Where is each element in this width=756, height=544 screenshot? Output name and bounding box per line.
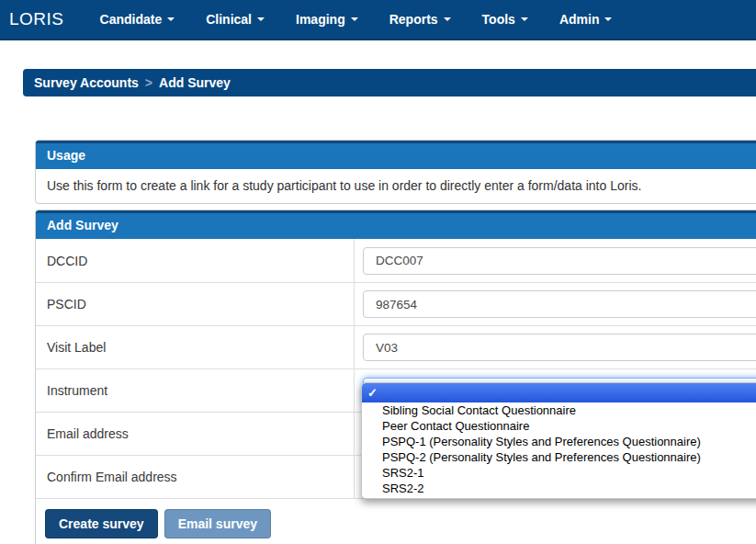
breadcrumb-survey-accounts[interactable]: Survey Accounts xyxy=(34,75,139,90)
visit-label-input[interactable] xyxy=(363,334,756,361)
nav-item-candidate[interactable]: Candidate xyxy=(85,12,191,27)
breadcrumb: Survey Accounts > Add Survey xyxy=(23,69,756,96)
nav-item-tools[interactable]: Tools xyxy=(467,12,544,27)
visit-label-label: Visit Label xyxy=(36,326,355,368)
create-survey-button[interactable]: Create survey xyxy=(45,509,158,538)
dropdown-option-pspq-2[interactable]: PSPQ-2 (Personality Styles and Preferenc… xyxy=(362,449,756,465)
pscid-input-cell xyxy=(355,283,756,325)
email-label: Email address xyxy=(36,413,355,455)
nav-item-imaging[interactable]: Imaging xyxy=(280,12,374,27)
dccid-input[interactable] xyxy=(363,247,756,275)
dccid-label: DCCID xyxy=(36,239,355,282)
caret-down-icon xyxy=(167,17,175,21)
usage-panel: Usage Use this form to create a link for… xyxy=(35,140,756,204)
nav-item-admin[interactable]: Admin xyxy=(544,12,628,27)
usage-panel-title: Usage xyxy=(36,141,756,169)
nav-item-label: Tools xyxy=(482,12,515,27)
usage-panel-text: Use this form to create a link for a stu… xyxy=(36,169,756,203)
caret-down-icon xyxy=(257,17,265,21)
breadcrumb-separator: > xyxy=(145,75,152,90)
dropdown-option-sibling-social[interactable]: Sibling Social Contact Questionnaire xyxy=(362,402,756,418)
instrument-label: Instrument xyxy=(36,369,355,412)
loris-logo[interactable]: LORIS xyxy=(9,9,64,29)
nav-item-reports[interactable]: Reports xyxy=(374,12,467,27)
nav-item-label: Admin xyxy=(559,12,600,27)
nav-item-label: Clinical xyxy=(206,12,252,27)
pscid-input[interactable] xyxy=(363,290,756,318)
breadcrumb-add-survey[interactable]: Add Survey xyxy=(159,75,231,90)
dccid-input-cell xyxy=(355,239,756,282)
nav-item-label: Imaging xyxy=(296,12,345,27)
pscid-label: PSCID xyxy=(36,283,355,325)
form-button-row: Create survey Email survey xyxy=(36,498,756,544)
caret-down-icon xyxy=(604,17,612,21)
nav-item-label: Candidate xyxy=(100,12,163,27)
nav-item-clinical[interactable]: Clinical xyxy=(190,12,280,27)
checkmark-icon: ✓ xyxy=(367,386,378,400)
form-row-visit-label: Visit Label xyxy=(36,325,756,368)
dropdown-option-pspq-1[interactable]: PSPQ-1 (Personality Styles and Preferenc… xyxy=(362,434,756,449)
add-survey-panel-title: Add Survey xyxy=(36,210,756,239)
dropdown-option-srs2-1[interactable]: SRS2-1 xyxy=(362,465,756,481)
dropdown-option-selected-empty[interactable]: ✓ xyxy=(362,383,756,402)
nav-item-label: Reports xyxy=(389,12,438,27)
instrument-dropdown-menu: ✓ Sibling Social Contact Questionnaire P… xyxy=(361,382,756,499)
email-survey-button[interactable]: Email survey xyxy=(164,509,271,538)
navbar: LORIS Candidate Clinical Imaging Reports… xyxy=(0,0,756,40)
caret-down-icon xyxy=(351,17,358,21)
form-row-pscid: PSCID xyxy=(36,282,756,325)
visit-label-input-cell xyxy=(355,326,756,368)
confirm-email-label: Confirm Email address xyxy=(36,456,355,498)
dropdown-option-srs2-2[interactable]: SRS2-2 xyxy=(362,481,756,496)
dropdown-option-peer-contact[interactable]: Peer Contact Questionnaire xyxy=(362,418,756,434)
caret-down-icon xyxy=(521,17,528,21)
caret-down-icon xyxy=(444,17,451,21)
form-row-dccid: DCCID xyxy=(36,239,756,282)
